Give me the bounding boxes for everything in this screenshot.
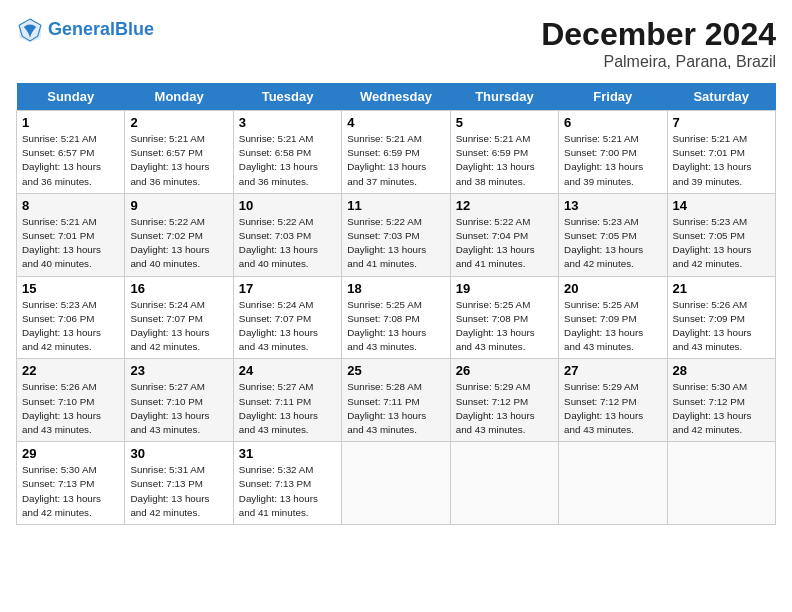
day-number: 1 bbox=[22, 115, 119, 130]
header-tuesday: Tuesday bbox=[233, 83, 341, 111]
week-row-2: 8Sunrise: 5:21 AMSunset: 7:01 PMDaylight… bbox=[17, 193, 776, 276]
day-info: Sunrise: 5:21 AMSunset: 6:58 PMDaylight:… bbox=[239, 132, 336, 189]
title-block: December 2024 Palmeira, Parana, Brazil bbox=[541, 16, 776, 71]
day-info: Sunrise: 5:25 AMSunset: 7:09 PMDaylight:… bbox=[564, 298, 661, 355]
day-info: Sunrise: 5:30 AMSunset: 7:13 PMDaylight:… bbox=[22, 463, 119, 520]
day-cell: 15Sunrise: 5:23 AMSunset: 7:06 PMDayligh… bbox=[17, 276, 125, 359]
day-cell bbox=[342, 442, 450, 525]
day-cell: 11Sunrise: 5:22 AMSunset: 7:03 PMDayligh… bbox=[342, 193, 450, 276]
week-row-5: 29Sunrise: 5:30 AMSunset: 7:13 PMDayligh… bbox=[17, 442, 776, 525]
day-cell: 22Sunrise: 5:26 AMSunset: 7:10 PMDayligh… bbox=[17, 359, 125, 442]
day-cell: 29Sunrise: 5:30 AMSunset: 7:13 PMDayligh… bbox=[17, 442, 125, 525]
day-cell: 8Sunrise: 5:21 AMSunset: 7:01 PMDaylight… bbox=[17, 193, 125, 276]
day-info: Sunrise: 5:24 AMSunset: 7:07 PMDaylight:… bbox=[239, 298, 336, 355]
day-cell: 10Sunrise: 5:22 AMSunset: 7:03 PMDayligh… bbox=[233, 193, 341, 276]
day-info: Sunrise: 5:32 AMSunset: 7:13 PMDaylight:… bbox=[239, 463, 336, 520]
day-number: 24 bbox=[239, 363, 336, 378]
day-cell: 25Sunrise: 5:28 AMSunset: 7:11 PMDayligh… bbox=[342, 359, 450, 442]
day-info: Sunrise: 5:21 AMSunset: 7:01 PMDaylight:… bbox=[22, 215, 119, 272]
day-info: Sunrise: 5:21 AMSunset: 7:00 PMDaylight:… bbox=[564, 132, 661, 189]
day-info: Sunrise: 5:22 AMSunset: 7:02 PMDaylight:… bbox=[130, 215, 227, 272]
day-cell: 13Sunrise: 5:23 AMSunset: 7:05 PMDayligh… bbox=[559, 193, 667, 276]
day-info: Sunrise: 5:30 AMSunset: 7:12 PMDaylight:… bbox=[673, 380, 770, 437]
header-wednesday: Wednesday bbox=[342, 83, 450, 111]
subtitle: Palmeira, Parana, Brazil bbox=[541, 53, 776, 71]
day-number: 2 bbox=[130, 115, 227, 130]
day-info: Sunrise: 5:21 AMSunset: 6:59 PMDaylight:… bbox=[456, 132, 553, 189]
day-number: 6 bbox=[564, 115, 661, 130]
day-info: Sunrise: 5:27 AMSunset: 7:10 PMDaylight:… bbox=[130, 380, 227, 437]
day-cell: 31Sunrise: 5:32 AMSunset: 7:13 PMDayligh… bbox=[233, 442, 341, 525]
header-monday: Monday bbox=[125, 83, 233, 111]
day-cell: 9Sunrise: 5:22 AMSunset: 7:02 PMDaylight… bbox=[125, 193, 233, 276]
day-info: Sunrise: 5:27 AMSunset: 7:11 PMDaylight:… bbox=[239, 380, 336, 437]
day-number: 25 bbox=[347, 363, 444, 378]
day-number: 16 bbox=[130, 281, 227, 296]
day-cell: 6Sunrise: 5:21 AMSunset: 7:00 PMDaylight… bbox=[559, 111, 667, 194]
day-cell: 7Sunrise: 5:21 AMSunset: 7:01 PMDaylight… bbox=[667, 111, 775, 194]
week-row-1: 1Sunrise: 5:21 AMSunset: 6:57 PMDaylight… bbox=[17, 111, 776, 194]
day-number: 4 bbox=[347, 115, 444, 130]
day-cell: 16Sunrise: 5:24 AMSunset: 7:07 PMDayligh… bbox=[125, 276, 233, 359]
header-thursday: Thursday bbox=[450, 83, 558, 111]
day-info: Sunrise: 5:23 AMSunset: 7:05 PMDaylight:… bbox=[673, 215, 770, 272]
day-cell: 21Sunrise: 5:26 AMSunset: 7:09 PMDayligh… bbox=[667, 276, 775, 359]
logo-blue: Blue bbox=[115, 19, 154, 39]
calendar-table: SundayMondayTuesdayWednesdayThursdayFrid… bbox=[16, 83, 776, 525]
day-number: 22 bbox=[22, 363, 119, 378]
day-cell: 2Sunrise: 5:21 AMSunset: 6:57 PMDaylight… bbox=[125, 111, 233, 194]
day-cell: 18Sunrise: 5:25 AMSunset: 7:08 PMDayligh… bbox=[342, 276, 450, 359]
week-row-3: 15Sunrise: 5:23 AMSunset: 7:06 PMDayligh… bbox=[17, 276, 776, 359]
day-cell bbox=[559, 442, 667, 525]
logo-icon bbox=[16, 16, 44, 44]
day-number: 17 bbox=[239, 281, 336, 296]
day-number: 13 bbox=[564, 198, 661, 213]
day-cell: 5Sunrise: 5:21 AMSunset: 6:59 PMDaylight… bbox=[450, 111, 558, 194]
header-sunday: Sunday bbox=[17, 83, 125, 111]
day-cell: 12Sunrise: 5:22 AMSunset: 7:04 PMDayligh… bbox=[450, 193, 558, 276]
day-number: 12 bbox=[456, 198, 553, 213]
day-number: 30 bbox=[130, 446, 227, 461]
day-cell: 28Sunrise: 5:30 AMSunset: 7:12 PMDayligh… bbox=[667, 359, 775, 442]
day-cell: 24Sunrise: 5:27 AMSunset: 7:11 PMDayligh… bbox=[233, 359, 341, 442]
day-number: 28 bbox=[673, 363, 770, 378]
day-info: Sunrise: 5:21 AMSunset: 7:01 PMDaylight:… bbox=[673, 132, 770, 189]
page-container: GeneralBlue December 2024 Palmeira, Para… bbox=[0, 0, 792, 535]
day-number: 23 bbox=[130, 363, 227, 378]
header-row-days: SundayMondayTuesdayWednesdayThursdayFrid… bbox=[17, 83, 776, 111]
day-number: 21 bbox=[673, 281, 770, 296]
day-cell: 20Sunrise: 5:25 AMSunset: 7:09 PMDayligh… bbox=[559, 276, 667, 359]
day-info: Sunrise: 5:22 AMSunset: 7:03 PMDaylight:… bbox=[239, 215, 336, 272]
day-info: Sunrise: 5:21 AMSunset: 6:57 PMDaylight:… bbox=[22, 132, 119, 189]
logo: GeneralBlue bbox=[16, 16, 154, 44]
header-row: GeneralBlue December 2024 Palmeira, Para… bbox=[16, 16, 776, 71]
day-info: Sunrise: 5:22 AMSunset: 7:04 PMDaylight:… bbox=[456, 215, 553, 272]
day-cell: 17Sunrise: 5:24 AMSunset: 7:07 PMDayligh… bbox=[233, 276, 341, 359]
day-number: 5 bbox=[456, 115, 553, 130]
day-number: 9 bbox=[130, 198, 227, 213]
day-info: Sunrise: 5:25 AMSunset: 7:08 PMDaylight:… bbox=[456, 298, 553, 355]
day-number: 29 bbox=[22, 446, 119, 461]
header-saturday: Saturday bbox=[667, 83, 775, 111]
day-cell: 30Sunrise: 5:31 AMSunset: 7:13 PMDayligh… bbox=[125, 442, 233, 525]
day-info: Sunrise: 5:26 AMSunset: 7:10 PMDaylight:… bbox=[22, 380, 119, 437]
day-number: 15 bbox=[22, 281, 119, 296]
day-number: 14 bbox=[673, 198, 770, 213]
day-cell: 27Sunrise: 5:29 AMSunset: 7:12 PMDayligh… bbox=[559, 359, 667, 442]
day-cell bbox=[450, 442, 558, 525]
day-cell bbox=[667, 442, 775, 525]
day-number: 20 bbox=[564, 281, 661, 296]
header-friday: Friday bbox=[559, 83, 667, 111]
day-number: 3 bbox=[239, 115, 336, 130]
day-cell: 4Sunrise: 5:21 AMSunset: 6:59 PMDaylight… bbox=[342, 111, 450, 194]
day-number: 10 bbox=[239, 198, 336, 213]
day-info: Sunrise: 5:23 AMSunset: 7:06 PMDaylight:… bbox=[22, 298, 119, 355]
logo-text: GeneralBlue bbox=[48, 20, 154, 40]
day-info: Sunrise: 5:26 AMSunset: 7:09 PMDaylight:… bbox=[673, 298, 770, 355]
day-number: 11 bbox=[347, 198, 444, 213]
day-info: Sunrise: 5:21 AMSunset: 6:57 PMDaylight:… bbox=[130, 132, 227, 189]
day-info: Sunrise: 5:29 AMSunset: 7:12 PMDaylight:… bbox=[456, 380, 553, 437]
day-info: Sunrise: 5:23 AMSunset: 7:05 PMDaylight:… bbox=[564, 215, 661, 272]
day-info: Sunrise: 5:25 AMSunset: 7:08 PMDaylight:… bbox=[347, 298, 444, 355]
day-cell: 19Sunrise: 5:25 AMSunset: 7:08 PMDayligh… bbox=[450, 276, 558, 359]
